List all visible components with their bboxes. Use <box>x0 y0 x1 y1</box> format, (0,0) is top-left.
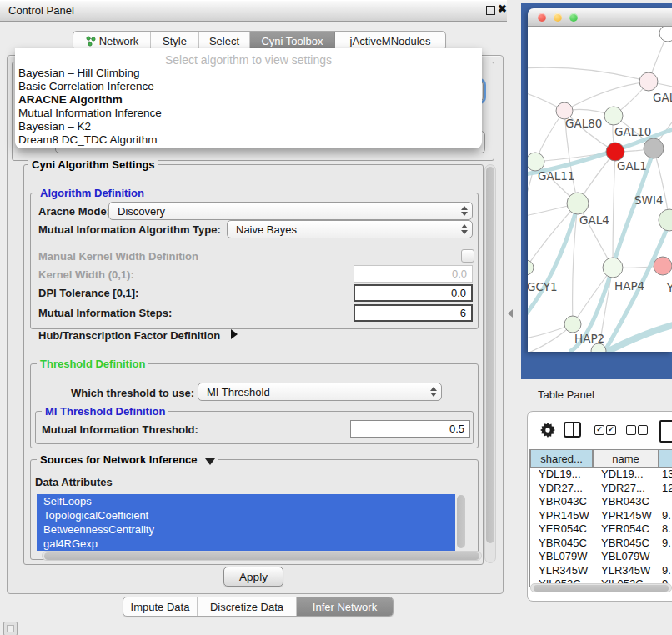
table-row[interactable]: YBR043CYBR043C <box>530 495 672 509</box>
network-node-swi4[interactable] <box>659 209 672 231</box>
close-icon[interactable]: ✖ <box>498 2 507 15</box>
attribute-list-item[interactable]: gal4RGexp <box>37 537 455 551</box>
network-node-gcy1[interactable] <box>528 260 534 275</box>
select-all-checkbox-icon[interactable]: ✓ <box>606 425 616 435</box>
tab-network[interactable]: Network <box>73 32 151 50</box>
table-hscrollbar-thumb[interactable] <box>534 585 669 592</box>
table-row[interactable]: YDL19...YDL19...13 <box>530 468 672 482</box>
network-view-window[interactable]: GALGAL80GAL10GAL1GAL11SWI4GAL4GCY1HAP4YH… <box>528 8 672 352</box>
pane-splitter-handle[interactable] <box>508 309 513 318</box>
table-cell: YLR345W <box>530 564 593 578</box>
network-node-gal1[interactable] <box>606 142 624 161</box>
apply-button[interactable]: Apply <box>223 567 283 587</box>
tab-style[interactable]: Style <box>151 32 199 50</box>
network-node-gal10[interactable] <box>604 107 623 125</box>
attribute-list-item[interactable]: SelfLoops <box>37 494 455 508</box>
node-label: SWI4 <box>634 193 664 207</box>
dropdown-item[interactable]: Dream8 DC_TDC Algorithm <box>18 133 158 146</box>
network-node-hap2[interactable] <box>564 316 581 332</box>
node-table[interactable]: shared...nameA YDL19...YDL19...13YDR27..… <box>529 449 672 587</box>
table-row[interactable]: YBL079WYBL079W <box>530 550 672 564</box>
table-row[interactable]: YER054CYER054C8. <box>530 522 672 537</box>
dropdown-item[interactable]: Basic Correlation Inference <box>18 80 154 92</box>
kernel-width-field[interactable]: 0.0 <box>354 265 473 282</box>
expand-arrow-icon[interactable] <box>231 329 238 339</box>
table-row[interactable]: YBR045CYBR045C9. <box>530 537 672 551</box>
network-node-gal4[interactable] <box>567 192 589 214</box>
table-cell: YBL079W <box>593 550 659 564</box>
table-panel-title: Table Panel <box>538 388 594 401</box>
settings-hscrollbar[interactable] <box>42 551 482 561</box>
settings-vscrollbar[interactable] <box>484 164 496 563</box>
network-node[interactable] <box>644 138 664 158</box>
gear-icon[interactable] <box>540 422 555 438</box>
table-hscrollbar[interactable] <box>530 583 672 592</box>
dropdown-item[interactable]: Bayesian – Hill Climbing <box>18 67 140 79</box>
tab-jactivemnodules[interactable]: jActiveMNodules <box>335 32 445 50</box>
kernel-width-label: Kernel Width (0,1): <box>38 268 134 281</box>
attribute-list-item[interactable]: TopologicalCoefficient <box>37 508 455 522</box>
network-node-y[interactable] <box>654 257 672 275</box>
mi-steps-field[interactable]: 6 <box>354 304 473 322</box>
network-node-gal[interactable] <box>639 72 658 91</box>
which-threshold-combo[interactable]: MI Threshold <box>198 382 442 401</box>
node-label: GAL10 <box>614 125 651 138</box>
table-column-header[interactable]: name <box>593 449 659 468</box>
float-window-icon[interactable] <box>486 6 495 15</box>
attr-list-scrollbar-thumb[interactable] <box>457 495 465 548</box>
threshold-definition-title: Threshold Definition <box>37 358 148 369</box>
tab-impute-data[interactable]: Impute Data <box>123 598 198 616</box>
dpi-tolerance-field[interactable]: 0.0 <box>354 284 473 302</box>
table-cell <box>659 550 672 564</box>
network-window-titlebar[interactable] <box>528 8 672 27</box>
table-column-header[interactable]: A <box>659 449 672 468</box>
mi-threshold-field[interactable]: 0.5 <box>350 420 470 438</box>
settings-hscrollbar-thumb[interactable] <box>44 552 479 560</box>
settings-vscrollbar-thumb[interactable] <box>486 167 494 543</box>
network-canvas[interactable]: GALGAL80GAL10GAL1GAL11SWI4GAL4GCY1HAP4YH… <box>528 27 672 352</box>
zoom-traffic-light[interactable] <box>569 13 578 22</box>
mi-threshold-group-title: MI Threshold Definition <box>42 406 168 417</box>
minimized-panel-icon[interactable] <box>3 622 18 635</box>
node-label: GAL80 <box>565 117 602 130</box>
table-row[interactable]: YDR27...YDR27...12 <box>530 482 672 496</box>
collapse-arrow-icon[interactable] <box>205 458 215 465</box>
node-label: HAP4 <box>614 279 644 292</box>
bottom-tabs: Impute Data Discretize Data Infer Networ… <box>123 597 394 617</box>
table-row[interactable]: YPR145WYPR145W9. <box>530 509 672 523</box>
mi-threshold-label: Mutual Information Threshold: <box>42 423 198 436</box>
manual-kernel-checkbox[interactable] <box>461 249 474 262</box>
attribute-list-item[interactable]: BetweennessCentrality <box>37 522 455 537</box>
mi-steps-label: Mutual Information Steps: <box>38 307 172 319</box>
table-row[interactable]: YLR345WYLR345W9. <box>530 564 672 578</box>
table-cell <box>659 495 672 509</box>
new-table-icon[interactable] <box>659 420 672 442</box>
tab-select[interactable]: Select <box>199 32 250 50</box>
network-node-hap4[interactable] <box>603 258 623 278</box>
network-node-gal11[interactable] <box>528 152 544 171</box>
stepper-icon <box>461 202 468 219</box>
columns-icon[interactable] <box>564 422 581 438</box>
tab-discretize-data[interactable]: Discretize Data <box>198 598 297 616</box>
mi-type-combo[interactable]: Naive Bayes <box>227 220 473 238</box>
network-node[interactable] <box>659 27 672 42</box>
aracne-mode-combo[interactable]: Discovery <box>108 202 473 220</box>
deselect-all-checkbox-icon[interactable] <box>638 425 648 435</box>
deselect-all-checkbox-icon[interactable] <box>626 425 636 435</box>
tab-infer-network[interactable]: Infer Network <box>297 598 393 616</box>
node-label: Y <box>666 281 672 294</box>
dropdown-item[interactable]: Bayesian – K2 <box>18 120 91 132</box>
dropdown-item[interactable]: Mutual Information Inference <box>18 107 162 119</box>
dropdown-prompt: Select algorithm to view settings <box>15 53 482 67</box>
data-attributes-list[interactable]: SelfLoopsTopologicalCoefficientBetweenne… <box>37 494 455 551</box>
select-all-checkbox-icon[interactable]: ✓ <box>594 425 604 435</box>
control-panel-titlebar: Control Panel ✖ <box>0 0 507 22</box>
table-column-header[interactable]: shared... <box>530 449 593 468</box>
network-icon <box>85 36 96 47</box>
minimize-traffic-light[interactable] <box>554 13 562 22</box>
tab-cyni-toolbox[interactable]: Cyni Toolbox <box>250 32 335 50</box>
dropdown-item[interactable]: ARACNE Algorithm <box>18 93 123 106</box>
aracne-mode-label: Aracne Mode: <box>38 205 110 218</box>
close-traffic-light[interactable] <box>538 13 546 22</box>
cyni-settings-title: Cyni Algorithm Settings <box>28 159 158 170</box>
